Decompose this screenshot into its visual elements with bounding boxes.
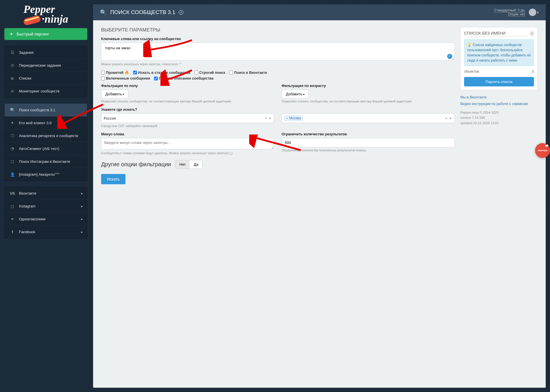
- minus-input[interactable]: [101, 138, 274, 149]
- info-box: 💡Список найденных сообществ/пользователе…: [464, 39, 534, 66]
- check-vk[interactable]: Поиск в Вконтакте: [229, 70, 267, 75]
- sidebar-item-instagram[interactable]: ◻Instagram▸: [5, 200, 87, 213]
- plan-link[interactable]: Стандартный: 3 дн.: [494, 8, 525, 13]
- gender-add-button[interactable]: Добавить: [101, 90, 128, 98]
- fast-parsing-button[interactable]: ✈ Быстрый парсинг: [4, 28, 87, 40]
- checkbox-row: Прометей 🔥 Искать в статусе сообщества С…: [101, 70, 455, 75]
- sidebar-item-monitoring[interactable]: ⦻Мониторинг сообществ: [5, 85, 87, 97]
- sidebar-item-periodic[interactable]: ◷Периодические задания: [5, 59, 87, 72]
- keywords-label: Ключевые слова или ссылку на сообщество: [101, 37, 455, 41]
- where-hint: Города вне СНГ набирайте латиницей: [101, 124, 274, 128]
- minus-label: Минус-слова: [101, 132, 274, 136]
- other-filters-label: Другие опции фильтрации: [101, 161, 171, 168]
- keywords-input[interactable]: торты на заказ: [101, 43, 455, 60]
- user-icon: 👤: [10, 172, 15, 177]
- check-strict[interactable]: Строгий поиск: [195, 70, 225, 75]
- keywords-hint: Можно указать несколько через запятую, п…: [101, 62, 455, 66]
- vk-icon: VK: [10, 191, 15, 196]
- age-label: Фильтрация по возрасту: [282, 84, 455, 88]
- sidebar-item-instagram-accounts[interactable]: 👤[Instagram] Аккаунтыnew: [5, 168, 87, 181]
- limit-hint: Ограничение количества полученных резуль…: [282, 149, 455, 152]
- sidebar-group-3: VKВконтакте▸ ◻Instagram▸ ⚭Одноклассники▸…: [4, 187, 87, 239]
- search-button[interactable]: Искать: [101, 174, 125, 184]
- list-box: СПИСОК БЕЗ ИМЕНИ ☰ 💡Список найденных соо…: [460, 27, 538, 90]
- toggle-yes[interactable]: Да: [190, 160, 202, 169]
- clear-icon[interactable]: ×: [445, 116, 447, 120]
- chevron-right-icon: ▸: [81, 230, 83, 234]
- form-area: ВЫБЕРИТЕ ПАРАМЕТРЫ Ключевые слова или сс…: [101, 27, 455, 184]
- sidebar-item-tasks[interactable]: ☰Задания: [5, 46, 87, 59]
- list-title[interactable]: СПИСОК БЕЗ ИМЕНИ: [464, 31, 528, 36]
- city-select[interactable]: ×Москва × ▼: [282, 113, 455, 123]
- clock-icon: ◷: [10, 63, 15, 68]
- check-prometheus[interactable]: Прометей 🔥: [101, 70, 129, 75]
- section-title: ВЫБЕРИТЕ ПАРАМЕТРЫ: [101, 27, 455, 33]
- sidebar-item-search-communities[interactable]: 🔍Поиск сообществ 3.1: [5, 104, 87, 116]
- pie-icon: ◔: [10, 146, 15, 151]
- sidebar-item-analytics[interactable]: ⬡Аналитика ретаргета и сообществ: [5, 129, 87, 142]
- clear-icon[interactable]: ×: [265, 116, 267, 120]
- logo[interactable]: Pepper ·ninja: [4, 4, 87, 24]
- limit-input[interactable]: [282, 138, 455, 147]
- sidebar-item-odnoklassniki[interactable]: ⚭Одноклассники▸: [5, 213, 87, 226]
- sidebar-item-instagram-vk[interactable]: ◻Поиск Инстаграм в Вконтакте: [5, 155, 87, 168]
- minus-hint: Сообщества с этими словами будут удалены…: [101, 151, 274, 155]
- toggle-no[interactable]: Нет: [175, 160, 190, 169]
- ok-icon: ⚭: [10, 217, 15, 221]
- instagram-icon: ◻: [10, 204, 15, 209]
- avatar-caret-icon[interactable]: ▾: [537, 10, 539, 15]
- fire-icon: 🔥: [125, 70, 129, 75]
- country-select[interactable]: Россия × ▼: [101, 113, 274, 123]
- tasks-icon: ☰: [10, 50, 15, 55]
- sidebar: Pepper ·ninja ✈ Быстрый парсинг ☰Задания…: [4, 4, 87, 388]
- parse-list-button[interactable]: Парсить список: [464, 77, 534, 86]
- objects-count: 0: [532, 70, 534, 74]
- limit-label: Ограничить количество результатов: [282, 132, 455, 136]
- link-video[interactable]: Видео инструкции по работе с сервисом: [460, 102, 528, 106]
- sidebar-item-autosegment[interactable]: ◔АвтоСегмент (А/Б тест): [5, 142, 87, 155]
- search-icon: 🔍: [100, 9, 107, 16]
- footer-meta: Pepper.ninja © 2014-2020 version 7.24.34…: [460, 110, 538, 126]
- info-icon[interactable]: i: [179, 10, 183, 15]
- binoculars-icon: ⦻: [10, 89, 15, 93]
- chevron-down-icon: ▼: [449, 117, 452, 120]
- page-title: 🔍 ПОИСК СООБЩЕСТВ 3.1 i: [100, 9, 183, 16]
- main: 🔍 ПОИСК СООБЩЕСТВ 3.1 i Стандартный: 3 д…: [93, 4, 546, 388]
- topbar-right: Стандартный: 3 дн. Опция: нет: [494, 8, 525, 16]
- chart-icon: ⬡: [10, 133, 15, 138]
- pepper-badge[interactable]: PEPPER: [535, 143, 550, 158]
- bulb-icon: 💡: [467, 43, 472, 47]
- chevron-down-icon: ▼: [269, 117, 272, 120]
- sidebar-item-who-client[interactable]: ✦Кто мой клиент 3.0: [5, 116, 87, 129]
- age-add-button[interactable]: Добавить: [282, 90, 309, 98]
- footer-links: Мы в Вконтакте Видео инструкции по работ…: [460, 94, 538, 107]
- other-filters-toggle: Нет Да: [175, 160, 203, 169]
- gender-label: Фильтрация по полу: [101, 84, 274, 88]
- objects-label: объектов:: [464, 70, 480, 74]
- check-enabled[interactable]: Включенные сообщения: [101, 76, 150, 80]
- city-tag[interactable]: ×Москва: [284, 116, 303, 121]
- sidebar-item-lists[interactable]: ≣Списки: [5, 72, 87, 85]
- remove-tag-icon[interactable]: ×: [286, 116, 288, 120]
- chevron-right-icon: ▸: [81, 204, 83, 208]
- check-status[interactable]: Искать в статусе сообщества: [133, 70, 190, 75]
- chevron-right-icon: ▸: [81, 191, 83, 195]
- check-description[interactable]: Поиск в описании сообщества: [154, 76, 213, 80]
- topbar: 🔍 ПОИСК СООБЩЕСТВ 3.1 i Стандартный: 3 д…: [93, 4, 546, 20]
- age-hint: Позволяет отсеять сообщества, не соответ…: [282, 100, 455, 103]
- sidebar-item-facebook[interactable]: fFacebook▸: [5, 226, 87, 238]
- instagram-icon: ◻: [10, 159, 15, 164]
- sidebar-item-vkontakte[interactable]: VKВконтакте▸: [5, 187, 87, 200]
- sidebar-group-2: 🔍Поиск сообществ 3.1 ✦Кто мой клиент 3.0…: [4, 103, 87, 181]
- checkbox-row-2: Включенные сообщения Поиск в описании со…: [101, 76, 455, 80]
- chevron-right-icon: ▸: [81, 217, 83, 221]
- check-badge-icon: [447, 54, 452, 59]
- avatar[interactable]: [529, 9, 536, 16]
- link-vk[interactable]: Мы в Вконтакте: [460, 95, 486, 99]
- hotdog-icon: [23, 15, 41, 26]
- sidebar-group-1: ☰Задания ◷Периодические задания ≣Списки …: [4, 46, 87, 98]
- option-link[interactable]: Опция: нет: [508, 12, 525, 17]
- facebook-icon: f: [10, 230, 15, 234]
- menu-icon[interactable]: ☰: [530, 31, 534, 36]
- rocket-icon: ✈: [10, 32, 13, 36]
